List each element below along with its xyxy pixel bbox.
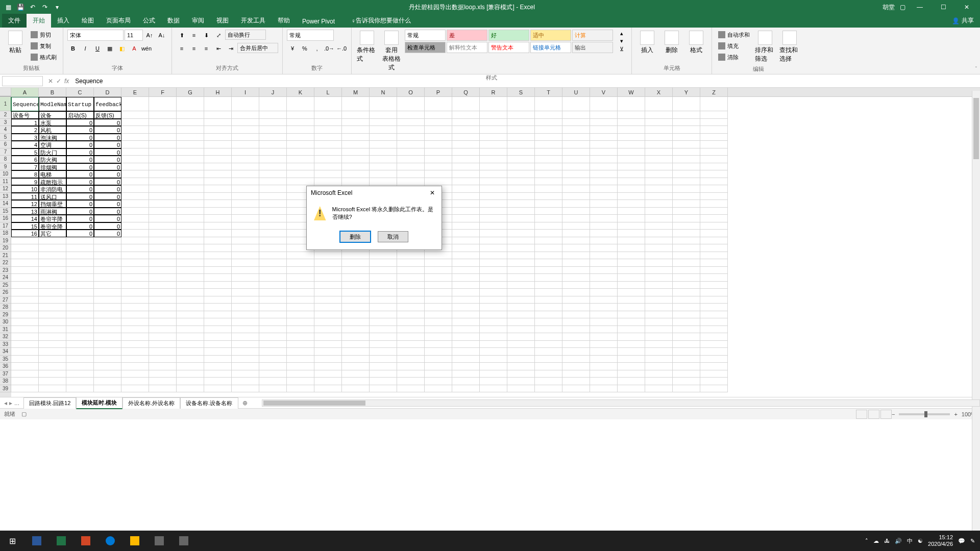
taskbar-explorer[interactable]: [122, 531, 147, 551]
tray-volume-icon[interactable]: 🔊: [895, 538, 902, 544]
tray-up-icon[interactable]: ˄: [865, 538, 868, 544]
dialog-ok-button[interactable]: 删除: [340, 231, 371, 242]
tray-ime-icon[interactable]: 中: [907, 537, 913, 545]
tray-stylus-icon[interactable]: ✎: [970, 538, 975, 544]
taskbar-app2[interactable]: [172, 531, 196, 551]
taskbar-word[interactable]: [24, 531, 49, 551]
taskbar-edge[interactable]: [98, 531, 122, 551]
start-button[interactable]: ⊞: [0, 531, 24, 551]
tray-onedrive-icon[interactable]: ☁: [873, 538, 879, 544]
taskbar-excel[interactable]: [49, 531, 74, 551]
taskbar-powerpoint[interactable]: [74, 531, 98, 551]
tray-input-icon[interactable]: ☯: [918, 538, 923, 544]
dialog-overlay: Microsoft Excel ✕ ! Microsoft Excel 将永久删…: [0, 0, 980, 551]
dialog-cancel-button[interactable]: 取消: [378, 231, 408, 242]
tray-network-icon[interactable]: 🖧: [884, 538, 890, 544]
taskbar: ⊞ ˄ ☁ 🖧 🔊 中 ☯ 15:12 2020/4/26 💬 ✎: [0, 531, 980, 551]
taskbar-app1[interactable]: [147, 531, 172, 551]
dialog-close-button[interactable]: ✕: [427, 189, 437, 196]
dialog-title: Microsoft Excel: [311, 189, 352, 196]
taskbar-clock[interactable]: 15:12 2020/4/26: [928, 534, 953, 547]
dialog-message: Microsoft Excel 将永久删除此工作表。是否继续?: [332, 206, 434, 221]
warning-icon: !: [314, 206, 326, 220]
tray-notifications-icon[interactable]: 💬: [958, 538, 965, 544]
delete-sheet-dialog: Microsoft Excel ✕ ! Microsoft Excel 将永久删…: [306, 186, 442, 250]
